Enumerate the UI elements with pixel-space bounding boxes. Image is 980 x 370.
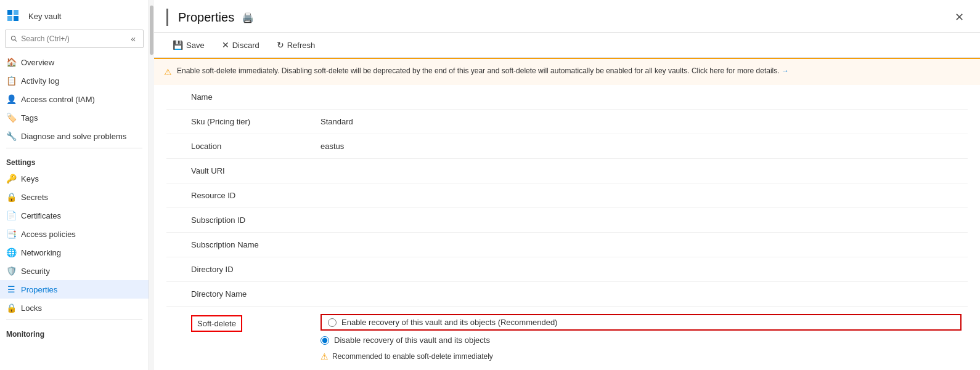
sidebar-item-tags[interactable]: 🏷️ Tags bbox=[0, 108, 149, 127]
soft-delete-warning: ⚠ Recommended to enable soft-delete imme… bbox=[321, 351, 962, 361]
sidebar-scrollbar[interactable] bbox=[149, 0, 154, 370]
tags-icon: 🏷️ bbox=[6, 113, 16, 123]
main-content: Properties 🖨️ ✕ 💾 Save ✕ Discard ↻ Refre… bbox=[154, 0, 980, 370]
sidebar-item-label: Certificates bbox=[21, 211, 61, 220]
sidebar-item-properties[interactable]: ☰ Properties bbox=[0, 280, 149, 299]
warning-banner: ⚠ Enable soft-delete immediately. Disabl… bbox=[154, 58, 980, 85]
subscription-name-value bbox=[314, 233, 968, 257]
subscription-name-label: Subscription Name bbox=[166, 233, 314, 257]
sidebar-search-container[interactable]: « bbox=[5, 30, 144, 48]
access-control-icon: 👤 bbox=[6, 94, 16, 104]
sidebar-item-certificates[interactable]: 📄 Certificates bbox=[0, 206, 149, 225]
sidebar-item-keys[interactable]: 🔑 Keys bbox=[0, 169, 149, 188]
warning-triangle-icon: ⚠ bbox=[164, 66, 172, 79]
location-label: Location bbox=[166, 134, 314, 159]
refresh-icon: ↻ bbox=[277, 40, 284, 50]
sidebar-item-label: Diagnose and solve problems bbox=[21, 132, 126, 141]
toolbar: 💾 Save ✕ Discard ↻ Refresh bbox=[154, 33, 980, 58]
azure-logo bbox=[6, 7, 23, 25]
content-area: Name Sku (Pricing tier) Standard Locatio… bbox=[154, 85, 980, 370]
soft-delete-label-cell: Soft-delete bbox=[166, 307, 314, 369]
svg-rect-1 bbox=[14, 10, 18, 15]
sidebar-collapse-button[interactable]: « bbox=[128, 33, 138, 45]
soft-delete-warn-icon: ⚠ bbox=[321, 352, 329, 361]
secrets-icon: 🔒 bbox=[6, 192, 16, 202]
svg-rect-2 bbox=[7, 16, 12, 21]
svg-point-4 bbox=[11, 36, 15, 40]
directory-name-label: Directory Name bbox=[166, 282, 314, 307]
sidebar-item-label: Networking bbox=[21, 248, 61, 257]
page-title-area: Properties 🖨️ bbox=[166, 9, 254, 26]
sidebar-item-label: Secrets bbox=[21, 193, 48, 202]
refresh-button[interactable]: ↻ Refresh bbox=[271, 38, 322, 52]
networking-icon: 🌐 bbox=[6, 247, 16, 257]
sidebar-item-security[interactable]: 🛡️ Security bbox=[0, 262, 149, 280]
sidebar-item-secrets[interactable]: 🔒 Secrets bbox=[0, 188, 149, 206]
sidebar-item-overview[interactable]: 🏠 Overview bbox=[0, 53, 149, 71]
sidebar-item-networking[interactable]: 🌐 Networking bbox=[0, 243, 149, 262]
sidebar-item-label: Activity log bbox=[21, 76, 59, 86]
diagnose-icon: 🔧 bbox=[6, 131, 16, 141]
disable-recovery-radio[interactable] bbox=[321, 336, 329, 345]
sidebar-item-label: Overview bbox=[21, 58, 54, 67]
svg-rect-0 bbox=[7, 10, 12, 15]
sidebar-item-label: Access policies bbox=[21, 230, 76, 239]
soft-delete-section: Soft-delete Enable recovery of this vaul… bbox=[154, 307, 980, 369]
sidebar-item-diagnose[interactable]: 🔧 Diagnose and solve problems bbox=[0, 127, 149, 145]
sidebar-item-label: Keys bbox=[21, 174, 39, 183]
keys-icon: 🔑 bbox=[6, 174, 16, 183]
sidebar-item-label: Tags bbox=[21, 113, 38, 123]
properties-icon: ☰ bbox=[6, 284, 16, 294]
scrollbar-thumb bbox=[150, 6, 153, 55]
name-value bbox=[314, 85, 968, 110]
enable-recovery-label: Enable recovery of this vault and its ob… bbox=[341, 318, 557, 327]
locks-icon: 🔒 bbox=[6, 303, 16, 313]
soft-delete-label: Soft-delete bbox=[191, 315, 242, 332]
warning-link[interactable]: → bbox=[782, 66, 789, 75]
vault-uri-value bbox=[314, 159, 968, 183]
sidebar-item-access-control[interactable]: 👤 Access control (IAM) bbox=[0, 90, 149, 108]
disable-recovery-option[interactable]: Disable recovery of this vault and its o… bbox=[321, 336, 962, 345]
discard-label: Discard bbox=[232, 41, 259, 50]
settings-section-label: Settings bbox=[0, 151, 149, 169]
properties-grid: Name Sku (Pricing tier) Standard Locatio… bbox=[154, 85, 980, 307]
refresh-label: Refresh bbox=[287, 41, 316, 50]
soft-delete-warn-text: Recommended to enable soft-delete immedi… bbox=[332, 352, 493, 361]
sidebar-header: Key vault bbox=[0, 0, 149, 30]
access-policies-icon: 📑 bbox=[6, 229, 16, 239]
directory-id-label: Directory ID bbox=[166, 257, 314, 282]
name-label: Name bbox=[166, 85, 314, 110]
close-button[interactable]: ✕ bbox=[951, 9, 968, 25]
subscription-id-value bbox=[314, 208, 968, 233]
save-button[interactable]: 💾 Save bbox=[166, 38, 211, 52]
sku-value: Standard bbox=[314, 110, 968, 134]
disable-recovery-label: Disable recovery of this vault and its o… bbox=[334, 336, 490, 345]
page-title: Properties bbox=[178, 10, 234, 25]
sidebar-item-label: Locks bbox=[21, 304, 42, 313]
sidebar-item-label: Access control (IAM) bbox=[21, 95, 95, 104]
directory-id-value bbox=[314, 257, 968, 282]
sidebar: Key vault « 🏠 Overview 📋 Activity log 👤 … bbox=[0, 0, 149, 370]
sidebar-item-access-policies[interactable]: 📑 Access policies bbox=[0, 225, 149, 243]
discard-icon: ✕ bbox=[222, 40, 229, 50]
sidebar-divider-settings bbox=[6, 148, 142, 148]
sidebar-divider-monitoring bbox=[6, 320, 142, 320]
enable-recovery-option[interactable]: Enable recovery of this vault and its ob… bbox=[321, 314, 962, 331]
sku-label: Sku (Pricing tier) bbox=[166, 110, 314, 134]
activity-log-icon: 📋 bbox=[6, 76, 16, 86]
location-value: eastus bbox=[314, 134, 968, 159]
save-icon: 💾 bbox=[173, 40, 183, 50]
svg-rect-3 bbox=[14, 16, 18, 21]
page-header: Properties 🖨️ ✕ bbox=[154, 0, 980, 33]
search-input[interactable] bbox=[21, 34, 125, 43]
subscription-id-label: Subscription ID bbox=[166, 208, 314, 233]
directory-name-value bbox=[314, 282, 968, 307]
discard-button[interactable]: ✕ Discard bbox=[216, 38, 266, 52]
print-icon[interactable]: 🖨️ bbox=[242, 12, 254, 23]
sidebar-item-locks[interactable]: 🔒 Locks bbox=[0, 299, 149, 317]
enable-recovery-radio[interactable] bbox=[328, 318, 337, 327]
sidebar-item-activity-log[interactable]: 📋 Activity log bbox=[0, 71, 149, 90]
overview-icon: 🏠 bbox=[6, 57, 16, 67]
resource-id-value bbox=[314, 183, 968, 208]
monitoring-section-label: Monitoring bbox=[0, 323, 149, 341]
